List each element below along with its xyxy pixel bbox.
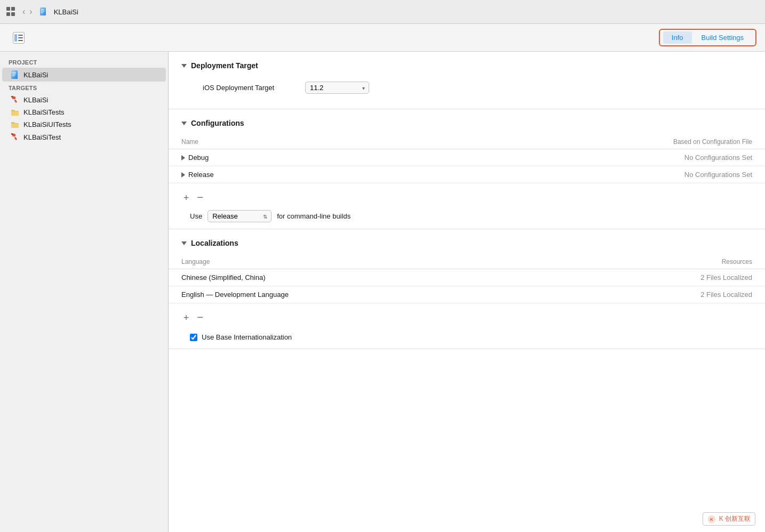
targets-section-label: TARGETS <box>0 82 168 93</box>
toolbar: Info Build Settings <box>0 24 765 52</box>
svg-rect-14 <box>14 99 17 103</box>
svg-rect-3 <box>41 11 44 12</box>
grid-icon[interactable] <box>6 7 16 17</box>
sidebar-item-klbaisitests[interactable]: KLBaiSiTests <box>2 106 166 118</box>
use-base-intl-label[interactable]: Use Base Internationalization <box>202 333 292 341</box>
svg-text:K: K <box>710 517 713 522</box>
content-area: Deployment Target iOS Deployment Target … <box>169 52 765 532</box>
config-remove-button[interactable]: − <box>195 192 205 202</box>
local-col-language: Language <box>169 255 546 269</box>
svg-rect-16 <box>11 96 13 98</box>
local-chinese-label: Chinese (Simplified, China) <box>169 269 546 286</box>
hammer-icon-klbaisi <box>11 95 19 104</box>
config-add-button[interactable]: + <box>181 193 191 203</box>
watermark-text: K 创新互联 <box>719 514 751 523</box>
localizations-header[interactable]: Localizations <box>169 229 765 255</box>
sidebar-item-klbaisi-target[interactable]: KLBaiSi <box>2 93 166 106</box>
deployment-collapse-triangle[interactable] <box>181 64 187 68</box>
configurations-table: Name Based on Configuration File Debug N… <box>169 135 765 183</box>
ios-version-select-wrapper: 11.2 8.0 9.0 10.0 11.0 11.1 11.3 12.0 13… <box>305 82 369 94</box>
toolbar-left <box>9 32 659 44</box>
sidebar-item-label-klbaisiuitests: KLBaiSiUITests <box>23 120 71 128</box>
debug-expand-triangle[interactable] <box>181 155 185 160</box>
configurations-title: Configurations <box>191 119 244 127</box>
sidebar-toggle-button[interactable] <box>13 32 25 44</box>
hammer-icon-test <box>11 133 19 141</box>
sidebar: PROJECT KLBaiSi TARGETS <box>0 52 169 532</box>
forward-button[interactable]: › <box>28 7 33 17</box>
configurations-header[interactable]: Configurations <box>169 109 765 135</box>
config-row-release-value: No Configurations Set <box>381 166 765 183</box>
sidebar-item-klbaisiuitests[interactable]: KLBaiSiUITests <box>2 118 166 131</box>
watermark-icon: K <box>707 515 716 523</box>
titlebar: ‹ › KLBaiSi <box>0 0 765 24</box>
configurations-section: Configurations Name Based on Configurati… <box>169 109 765 229</box>
svg-rect-13 <box>12 75 15 76</box>
build-settings-tab[interactable]: Build Settings <box>693 31 753 44</box>
config-row-debug: Debug No Configurations Set <box>169 149 765 166</box>
svg-rect-12 <box>12 74 16 75</box>
config-col-name: Name <box>169 135 381 149</box>
svg-rect-5 <box>14 34 17 42</box>
sidebar-toggle-icon <box>14 34 23 42</box>
use-base-intl-checkbox[interactable] <box>190 334 197 341</box>
deployment-target-section: Deployment Target iOS Deployment Target … <box>169 52 765 109</box>
localizations-title: Localizations <box>191 239 238 247</box>
debug-name-label: Debug <box>188 154 209 162</box>
localizations-collapse-triangle[interactable] <box>181 241 187 245</box>
svg-rect-17 <box>14 136 17 140</box>
sidebar-item-label-klbaisitests: KLBaiSiTests <box>23 108 65 116</box>
local-english-value: 2 Files Localized <box>546 286 765 303</box>
local-english-label: English — Development Language <box>169 286 546 303</box>
local-row-english: English — Development Language 2 Files L… <box>169 286 765 303</box>
svg-rect-11 <box>12 72 16 73</box>
local-add-remove-row: + − <box>169 308 765 328</box>
project-file-icon <box>11 70 19 79</box>
local-remove-button[interactable]: − <box>195 312 205 322</box>
localizations-section: Localizations Language Resources Chinese… <box>169 229 765 349</box>
config-row-debug-value: No Configurations Set <box>381 149 765 166</box>
release-name-label: Release <box>188 171 214 179</box>
svg-rect-10 <box>11 70 18 79</box>
project-title-icon <box>39 7 49 17</box>
configurations-collapse-triangle[interactable] <box>181 122 187 125</box>
use-select[interactable]: Release Debug <box>208 210 272 222</box>
config-use-row: Use Release Debug ⇅ for command-line bui… <box>169 208 765 229</box>
ios-deployment-row: iOS Deployment Target 11.2 8.0 9.0 10.0 … <box>181 77 752 98</box>
local-row-chinese: Chinese (Simplified, China) 2 Files Loca… <box>169 269 765 286</box>
svg-rect-6 <box>18 35 23 36</box>
back-button[interactable]: ‹ <box>21 7 26 17</box>
svg-rect-2 <box>41 9 44 10</box>
toolbar-tab-group: Info Build Settings <box>659 29 756 46</box>
use-label: Use <box>190 212 202 220</box>
config-add-remove-row: + − <box>169 188 765 208</box>
sidebar-item-label-klbaisi-project: KLBaiSi <box>23 71 48 79</box>
svg-rect-7 <box>18 37 23 38</box>
sidebar-item-klbaisi-project[interactable]: KLBaiSi <box>2 68 166 82</box>
folder-icon-tests <box>11 109 19 116</box>
local-chinese-value: 2 Files Localized <box>546 269 765 286</box>
config-row-release: Release No Configurations Set <box>169 166 765 183</box>
localizations-table: Language Resources Chinese (Simplified, … <box>169 255 765 303</box>
sidebar-item-label-klbaisi: KLBaiSi <box>23 96 48 104</box>
ios-version-select[interactable]: 11.2 8.0 9.0 10.0 11.0 11.1 11.3 12.0 13… <box>305 82 369 94</box>
deployment-target-title: Deployment Target <box>191 61 258 70</box>
config-row-release-name: Release <box>169 166 381 183</box>
watermark: K K 创新互联 <box>703 512 755 526</box>
config-row-debug-name: Debug <box>169 149 381 166</box>
main-layout: PROJECT KLBaiSi TARGETS <box>0 52 765 532</box>
deployment-target-header[interactable]: Deployment Target <box>169 52 765 77</box>
ios-deployment-label: iOS Deployment Target <box>203 84 299 92</box>
release-expand-triangle[interactable] <box>181 172 185 178</box>
folder-icon-uitests <box>11 121 19 128</box>
svg-rect-4 <box>41 12 43 13</box>
info-tab[interactable]: Info <box>663 31 692 44</box>
local-col-resources: Resources <box>546 255 765 269</box>
sidebar-item-klbaisitest[interactable]: KLBaiSiTest <box>2 131 166 143</box>
base-internationalization-row: Use Base Internationalization <box>169 328 765 349</box>
svg-rect-8 <box>18 40 23 41</box>
sidebar-item-label-klbaisitest: KLBaiSiTest <box>23 133 61 141</box>
local-add-button[interactable]: + <box>181 313 191 323</box>
nav-buttons: ‹ › <box>21 7 34 17</box>
titlebar-title: KLBaiSi <box>54 8 78 16</box>
